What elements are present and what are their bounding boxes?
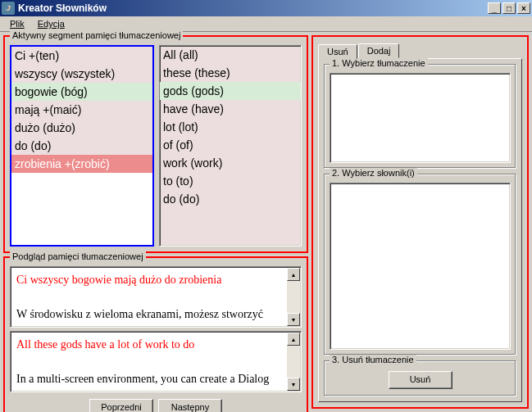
tab-body: 1. Wybierz tłumaczenie 2. Wybierz słowni…: [318, 58, 522, 402]
scroll-up-icon[interactable]: ▲: [287, 268, 300, 281]
close-button[interactable]: ×: [517, 2, 530, 14]
window-title: Kreator Słowników: [18, 2, 486, 14]
next-button[interactable]: Następny: [158, 399, 222, 412]
choose-dictionary-fieldset: 2. Wybierz słownik(i): [324, 174, 516, 355]
list-item[interactable]: have (have): [160, 100, 301, 118]
list-item[interactable]: lot (lot): [160, 118, 301, 136]
left-column: Aktywny segment pamięci tłumaczeniowej C…: [3, 35, 308, 409]
choose-dictionary-legend: 2. Wybierz słownik(i): [330, 168, 417, 178]
maximize-button[interactable]: □: [502, 2, 516, 14]
list-item[interactable]: these (these): [160, 64, 301, 82]
tab-add[interactable]: Dodaj: [358, 43, 400, 58]
list-item[interactable]: do (do): [160, 190, 301, 208]
menu-edit[interactable]: Edycja: [31, 17, 71, 30]
tab-delete[interactable]: Usuń: [318, 44, 357, 59]
empty-area: [11, 173, 152, 247]
list-item[interactable]: do (do): [11, 137, 152, 155]
content-area: Aktywny segment pamięci tłumaczeniowej C…: [0, 32, 532, 412]
titlebar: J Kreator Słowników _ □ ×: [0, 0, 532, 16]
menu-file[interactable]: Plik: [3, 17, 31, 30]
active-segment-panel: Aktywny segment pamięci tłumaczeniowej C…: [3, 35, 308, 253]
preview-source-red: Ci wszyscy bogowie mają dużo do zrobieni…: [16, 271, 282, 288]
list-item[interactable]: of (of): [160, 136, 301, 154]
dictionary-list[interactable]: [330, 183, 511, 350]
delete-button[interactable]: Usuń: [389, 371, 452, 389]
list-item[interactable]: mają +(maić): [11, 101, 152, 119]
preview-legend: Podgląd pamięci tłumaczeniowej: [10, 251, 146, 261]
right-panel: Usuń Dodaj 1. Wybierz tłumaczenie 2. Wyb…: [311, 35, 529, 409]
list-item[interactable]: Ci +(ten): [11, 47, 152, 65]
java-icon: J: [2, 2, 15, 15]
preview-target-red: All these gods have a lot of work to do: [16, 336, 282, 353]
source-list[interactable]: Ci +(ten)wszyscy (wszystek)bogowie (bóg)…: [10, 45, 154, 247]
previous-button[interactable]: Poprzedni: [89, 399, 153, 412]
choose-translation-fieldset: 1. Wybierz tłumaczenie: [324, 64, 516, 169]
list-item[interactable]: bogowie (bóg): [11, 83, 152, 101]
preview-source-black: W środowisku z wieloma ekranami, możesz …: [16, 306, 282, 323]
preview-source-box[interactable]: Ci wszyscy bogowie mają dużo do zrobieni…: [10, 266, 302, 328]
tab-row: Usuń Dodaj: [318, 42, 522, 58]
translation-list[interactable]: [330, 73, 511, 163]
list-item[interactable]: dużo (dużo): [11, 119, 152, 137]
list-item[interactable]: wszyscy (wszystek): [11, 65, 152, 83]
scrollbar[interactable]: ▲ ▼: [287, 333, 300, 391]
delete-translation-fieldset: 3. Usuń tłumaczenie Usuń: [324, 360, 516, 396]
target-list[interactable]: All (all)these (these)gods (gods)have (h…: [159, 45, 302, 247]
scroll-down-icon[interactable]: ▼: [287, 378, 300, 391]
list-item[interactable]: work (work): [160, 154, 301, 172]
list-item[interactable]: zrobienia +(zrobić): [11, 155, 152, 173]
active-segment-legend: Aktywny segment pamięci tłumaczeniowej: [10, 30, 183, 40]
list-item[interactable]: All (all): [160, 46, 301, 64]
minimize-button[interactable]: _: [488, 2, 501, 14]
scroll-up-icon[interactable]: ▲: [287, 333, 300, 346]
preview-target-black: In a multi-screen environment, you can c…: [16, 370, 282, 387]
scrollbar[interactable]: ▲ ▼: [287, 268, 300, 326]
scroll-down-icon[interactable]: ▼: [287, 313, 300, 326]
preview-panel: Podgląd pamięci tłumaczeniowej Ci wszysc…: [3, 256, 308, 412]
delete-translation-legend: 3. Usuń tłumaczenie: [330, 355, 416, 364]
list-item[interactable]: gods (gods): [160, 82, 301, 100]
list-item[interactable]: to (to): [160, 172, 301, 190]
choose-translation-legend: 1. Wybierz tłumaczenie: [330, 58, 428, 68]
preview-target-box[interactable]: All these gods have a lot of work to do …: [10, 331, 302, 392]
